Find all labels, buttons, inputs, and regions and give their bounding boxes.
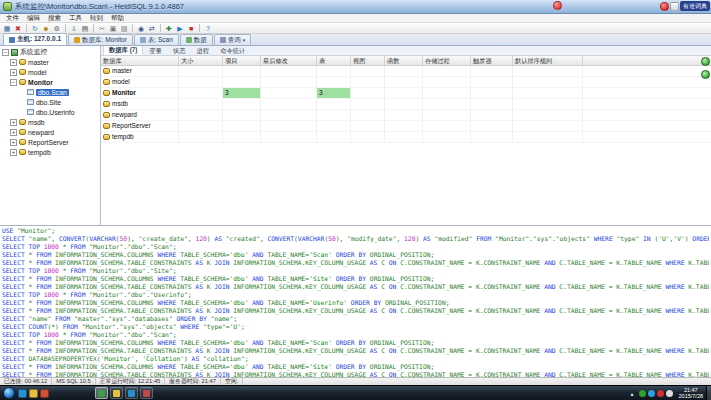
table-row[interactable]: master bbox=[101, 66, 711, 77]
tab-host[interactable]: 主机: 127.0.0.1 bbox=[3, 33, 67, 45]
run-query-icon[interactable]: ▶ bbox=[175, 24, 185, 33]
column-header-5[interactable]: 视图 bbox=[351, 56, 385, 65]
tab-data[interactable]: 数据 bbox=[180, 34, 213, 45]
log-line: SELECT TOP 1000 * FROM "Monitor"."dbo"."… bbox=[2, 331, 709, 339]
tree-item-db-msdb[interactable]: +msdb bbox=[0, 117, 100, 127]
menu-item-tools[interactable]: 工具 bbox=[65, 14, 86, 22]
tree-item-db-tempdb[interactable]: +tempdb bbox=[0, 147, 100, 157]
tray-messenger-icon[interactable] bbox=[648, 390, 655, 397]
tree-item-db-model[interactable]: +model bbox=[0, 67, 100, 77]
copy-icon[interactable]: ▣ bbox=[108, 24, 118, 33]
paste-icon[interactable]: ▨ bbox=[119, 24, 129, 33]
replace-icon[interactable]: ⇄ bbox=[147, 24, 157, 33]
table-row[interactable]: ReportServer bbox=[101, 121, 711, 132]
capture-tool-button[interactable] bbox=[701, 57, 710, 66]
menu-item-goto[interactable]: 转到 bbox=[86, 14, 107, 22]
export-database-icon[interactable]: ⇩ bbox=[69, 24, 79, 33]
table-row[interactable]: Monitor33 bbox=[101, 88, 711, 99]
subtab-processes[interactable]: 进程 bbox=[192, 46, 215, 55]
widget-capture-icon[interactable] bbox=[670, 2, 679, 11]
menu-item-edit[interactable]: 编辑 bbox=[23, 14, 44, 22]
title-bar[interactable]: 系统监控\Monitor\dbo.Scan\ - HeidiSQL 9.1.0.… bbox=[0, 0, 711, 14]
find-icon[interactable]: ◉ bbox=[136, 24, 146, 33]
tab-label: 数据 bbox=[194, 36, 207, 45]
expander-icon[interactable]: + bbox=[10, 59, 17, 66]
subtab-status[interactable]: 状态 bbox=[168, 46, 191, 55]
column-header-8[interactable]: 触发器 bbox=[471, 56, 513, 65]
tree-item-db-newpard[interactable]: +newpard bbox=[0, 127, 100, 137]
task-browser[interactable] bbox=[125, 387, 138, 399]
user-manager-icon[interactable]: ☻ bbox=[41, 24, 51, 33]
expander-icon[interactable]: + bbox=[10, 139, 17, 146]
table-icon bbox=[27, 89, 34, 95]
table-row[interactable]: msdb bbox=[101, 99, 711, 110]
refresh-icon[interactable]: ↻ bbox=[30, 24, 40, 33]
tree-item-table-dbo-userinfo[interactable]: dbo.Userinfo bbox=[0, 107, 100, 117]
tree-item-table-dbo-scan[interactable]: dbo.Scan bbox=[0, 87, 100, 97]
disconnect-icon[interactable]: ✖ bbox=[13, 24, 23, 33]
explorer-icon[interactable] bbox=[29, 389, 38, 398]
column-header-2[interactable]: 项目 bbox=[223, 56, 261, 65]
tree-label: tempdb bbox=[28, 149, 51, 156]
table-row[interactable]: tempdb bbox=[101, 132, 711, 143]
column-header-7[interactable]: 存储过程 bbox=[423, 56, 471, 65]
tray-volume-icon[interactable] bbox=[666, 390, 673, 397]
widget-red-icon[interactable] bbox=[660, 2, 669, 11]
media-player-icon[interactable] bbox=[40, 389, 49, 398]
menu-item-search[interactable]: 搜索 bbox=[44, 14, 65, 22]
expander-icon[interactable]: + bbox=[10, 149, 17, 156]
cut-icon[interactable]: ✂ bbox=[97, 24, 107, 33]
tray-security-icon[interactable] bbox=[639, 390, 646, 397]
task-mssql[interactable] bbox=[140, 387, 153, 399]
record-tool-button[interactable] bbox=[701, 70, 710, 79]
expander-icon[interactable]: − bbox=[2, 49, 9, 56]
tab-label: 数据库: Monitor bbox=[82, 36, 127, 45]
expander-icon[interactable]: + bbox=[10, 119, 17, 126]
column-header-3[interactable]: 最后修改 bbox=[261, 56, 317, 65]
expander-icon[interactable]: + bbox=[10, 129, 17, 136]
log-line: SELECT * FROM INFORMATION_SCHEMA.TABLE_C… bbox=[2, 283, 709, 291]
tree-label: msdb bbox=[28, 119, 45, 126]
tree-item-db-reportserver[interactable]: +ReportServer bbox=[0, 137, 100, 147]
task-folder[interactable] bbox=[110, 387, 123, 399]
column-header-1[interactable]: 大小 bbox=[179, 56, 223, 65]
stop-icon[interactable]: ■ bbox=[186, 24, 196, 33]
expander-spacer bbox=[18, 109, 25, 116]
preferences-icon[interactable]: ⚙ bbox=[52, 24, 62, 33]
show-desktop-button[interactable] bbox=[706, 386, 711, 400]
ie-icon[interactable] bbox=[18, 389, 27, 398]
session-manager-icon[interactable]: ▦ bbox=[2, 24, 12, 33]
start-button[interactable] bbox=[3, 387, 15, 399]
expander-icon[interactable]: − bbox=[10, 79, 17, 86]
tree-label: dbo.Site bbox=[36, 99, 61, 106]
column-header-9[interactable]: 默认排序规则 bbox=[513, 56, 583, 65]
table-row[interactable]: model bbox=[101, 77, 711, 88]
dict-widget-label[interactable]: 有道词典 bbox=[680, 1, 710, 11]
tree-item-db-master[interactable]: +master bbox=[0, 57, 100, 67]
menu-item-help[interactable]: 帮助 bbox=[107, 14, 128, 22]
print-icon[interactable]: ▤ bbox=[80, 24, 90, 33]
menu-item-file[interactable]: 文件 bbox=[2, 14, 23, 22]
new-query-icon[interactable]: ✚ bbox=[164, 24, 174, 33]
subtab-command-statistics[interactable]: 命令统计 bbox=[215, 46, 250, 55]
column-header-0[interactable]: 数据库 bbox=[101, 56, 179, 65]
tray-antivirus-icon[interactable] bbox=[657, 390, 664, 397]
subtab-variables[interactable]: 变量 bbox=[144, 46, 167, 55]
grid-cell bbox=[423, 110, 471, 120]
column-header-filler bbox=[583, 56, 711, 65]
tab-database[interactable]: 数据库: Monitor bbox=[68, 34, 133, 45]
tray-expand-icon[interactable]: ▴ bbox=[629, 390, 636, 397]
task-heidisql[interactable] bbox=[95, 387, 108, 399]
tab-query[interactable]: 查询▾ bbox=[214, 34, 252, 45]
expander-icon[interactable]: + bbox=[10, 69, 17, 76]
tree-item-session-root[interactable]: −系统监控 bbox=[0, 47, 100, 57]
help-icon[interactable]: ? bbox=[203, 24, 213, 33]
column-header-6[interactable]: 函数 bbox=[385, 56, 423, 65]
floating-app-icon[interactable] bbox=[553, 1, 562, 10]
tab-table[interactable]: 表: Scan bbox=[134, 34, 179, 45]
column-header-4[interactable]: 表 bbox=[317, 56, 351, 65]
table-row[interactable]: newpard bbox=[101, 110, 711, 121]
tray-clock[interactable]: 21:47 2015/7/28 bbox=[679, 387, 703, 399]
tree-item-db-monitor[interactable]: −Monitor bbox=[0, 77, 100, 87]
tree-item-table-dbo-site[interactable]: dbo.Site bbox=[0, 97, 100, 107]
